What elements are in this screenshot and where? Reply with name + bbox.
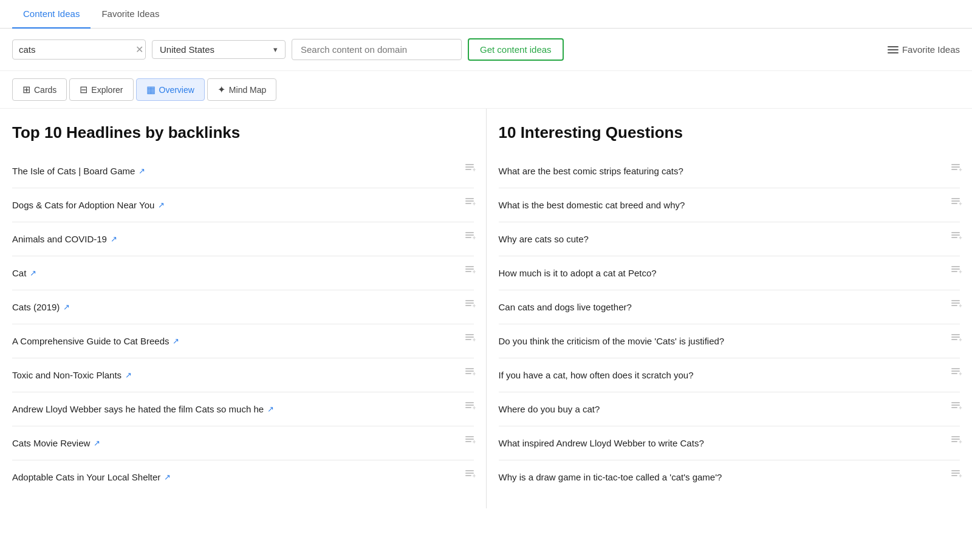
external-link-icon[interactable]: ↗: [94, 439, 100, 448]
list-item: Cats Movie Review ↗: [12, 426, 474, 460]
main-content: Top 10 Headlines by backlinks The Isle o…: [0, 109, 972, 508]
add-to-list-icon[interactable]: [465, 300, 474, 314]
list-item: How much is it to adopt a cat at Petco?: [499, 256, 960, 290]
headlines-section: Top 10 Headlines by backlinks The Isle o…: [0, 109, 487, 508]
question-text: Why is a draw game in tic-tac-toe called…: [499, 472, 946, 482]
headline-item-text: A Comprehensive Guide to Cat Breeds ↗: [12, 336, 459, 346]
add-to-list-icon[interactable]: [951, 334, 960, 348]
list-item: Do you think the criticism of the movie …: [499, 324, 960, 358]
headlines-title: Top 10 Headlines by backlinks: [12, 123, 474, 142]
toolbar: ✕ United States United Kingdom Canada Au…: [0, 29, 972, 71]
headline-item-text: Animals and COVID-19 ↗: [12, 234, 459, 244]
add-to-list-icon[interactable]: [465, 164, 474, 178]
cards-icon: ⊞: [22, 84, 30, 95]
add-to-list-icon[interactable]: [465, 266, 474, 280]
list-item: Animals and COVID-19 ↗: [12, 222, 474, 256]
add-to-list-icon[interactable]: [465, 368, 474, 382]
question-text: Where do you buy a cat?: [499, 404, 946, 414]
question-text: Why are cats so cute?: [499, 234, 946, 244]
mindmap-icon: ✦: [217, 84, 225, 95]
external-link-icon[interactable]: ↗: [125, 370, 132, 380]
question-text: If you have a cat, how often does it scr…: [499, 370, 946, 380]
questions-title: 10 Interesting Questions: [499, 123, 960, 142]
add-to-list-icon[interactable]: [465, 232, 474, 246]
add-to-list-icon[interactable]: [951, 402, 960, 416]
external-link-icon[interactable]: ↗: [139, 166, 145, 176]
external-link-icon[interactable]: ↗: [111, 234, 117, 244]
add-to-list-icon[interactable]: [951, 164, 960, 178]
list-item: What are the best comic strips featuring…: [499, 154, 960, 188]
headline-item-text: Cats Movie Review ↗: [12, 438, 459, 448]
question-text: Can cats and dogs live together?: [499, 302, 946, 312]
tab-cards[interactable]: ⊞ Cards: [12, 78, 67, 101]
list-item: Toxic and Non-Toxic Plants ↗: [12, 358, 474, 392]
cards-label: Cards: [34, 85, 56, 95]
keyword-search-input[interactable]: [19, 44, 134, 55]
list-item: If you have a cat, how often does it scr…: [499, 358, 960, 392]
question-text: What inspired Andrew Lloyd Webber to wri…: [499, 438, 946, 448]
tab-content-ideas[interactable]: Content Ideas: [12, 0, 91, 29]
country-select[interactable]: United States United Kingdom Canada Aust…: [160, 44, 273, 55]
headline-item-text: The Isle of Cats | Board Game ↗: [12, 166, 459, 176]
external-link-icon[interactable]: ↗: [30, 268, 36, 278]
overview-label: Overview: [159, 85, 194, 95]
list-item: Dogs & Cats for Adoption Near You ↗: [12, 188, 474, 222]
external-link-icon[interactable]: ↗: [164, 473, 171, 482]
add-to-list-icon[interactable]: [465, 402, 474, 416]
add-to-list-icon[interactable]: [951, 470, 960, 484]
questions-section: 10 Interesting Questions What are the be…: [487, 109, 973, 508]
list-item: Andrew Lloyd Webber says he hated the fi…: [12, 392, 474, 426]
question-text: What are the best comic strips featuring…: [499, 166, 946, 176]
list-item: A Comprehensive Guide to Cat Breeds ↗: [12, 324, 474, 358]
list-item: Why is a draw game in tic-tac-toe called…: [499, 460, 960, 494]
top-tabs: Content Ideas Favorite Ideas: [0, 0, 972, 29]
clear-search-button[interactable]: ✕: [134, 44, 145, 55]
domain-search-input[interactable]: [292, 39, 462, 60]
list-item: Why are cats so cute?: [499, 222, 960, 256]
tab-mindmap[interactable]: ✦ Mind Map: [207, 78, 276, 101]
chevron-down-icon: ▾: [273, 45, 278, 54]
headline-item-text: Toxic and Non-Toxic Plants ↗: [12, 370, 459, 380]
add-to-list-icon[interactable]: [951, 436, 960, 450]
tab-favorite-ideas[interactable]: Favorite Ideas: [91, 0, 170, 29]
list-item: What is the best domestic cat breed and …: [499, 188, 960, 222]
tab-explorer[interactable]: ⊟ Explorer: [69, 78, 133, 101]
get-content-ideas-button[interactable]: Get content ideas: [468, 38, 564, 61]
list-icon: [888, 46, 898, 53]
headline-item-text: Dogs & Cats for Adoption Near You ↗: [12, 200, 459, 210]
keyword-search-wrapper: ✕: [12, 39, 146, 60]
external-link-icon[interactable]: ↗: [63, 302, 70, 312]
question-text: Do you think the criticism of the movie …: [499, 336, 946, 346]
country-selector-wrapper[interactable]: United States United Kingdom Canada Aust…: [152, 40, 286, 59]
list-item: Can cats and dogs live together?: [499, 290, 960, 324]
add-to-list-icon[interactable]: [951, 368, 960, 382]
add-to-list-icon[interactable]: [465, 198, 474, 212]
headline-item-text: Andrew Lloyd Webber says he hated the fi…: [12, 404, 459, 414]
list-item: What inspired Andrew Lloyd Webber to wri…: [499, 426, 960, 460]
add-to-list-icon[interactable]: [465, 436, 474, 450]
add-to-list-icon[interactable]: [465, 470, 474, 484]
add-to-list-icon[interactable]: [951, 300, 960, 314]
question-text: How much is it to adopt a cat at Petco?: [499, 268, 946, 278]
external-link-icon[interactable]: ↗: [158, 200, 165, 210]
list-item: Cats (2019) ↗: [12, 290, 474, 324]
external-link-icon[interactable]: ↗: [173, 336, 179, 346]
list-item: The Isle of Cats | Board Game ↗: [12, 154, 474, 188]
favorite-ideas-link[interactable]: Favorite Ideas: [888, 44, 960, 55]
list-item: Adoptable Cats in Your Local Shelter ↗: [12, 460, 474, 494]
headline-item-text: Cats (2019) ↗: [12, 302, 459, 312]
external-link-icon[interactable]: ↗: [267, 405, 274, 414]
add-to-list-icon[interactable]: [951, 232, 960, 246]
explorer-icon: ⊟: [80, 84, 87, 95]
add-to-list-icon[interactable]: [465, 334, 474, 348]
list-item: Cat ↗: [12, 256, 474, 290]
question-text: What is the best domestic cat breed and …: [499, 200, 946, 210]
tab-overview[interactable]: ▦ Overview: [136, 78, 205, 101]
headline-item-text: Adoptable Cats in Your Local Shelter ↗: [12, 472, 459, 482]
add-to-list-icon[interactable]: [951, 198, 960, 212]
headline-item-text: Cat ↗: [12, 268, 459, 278]
favorite-ideas-label: Favorite Ideas: [902, 44, 960, 55]
mindmap-label: Mind Map: [229, 85, 266, 95]
view-tabs: ⊞ Cards ⊟ Explorer ▦ Overview ✦ Mind Map: [0, 71, 972, 109]
add-to-list-icon[interactable]: [951, 266, 960, 280]
